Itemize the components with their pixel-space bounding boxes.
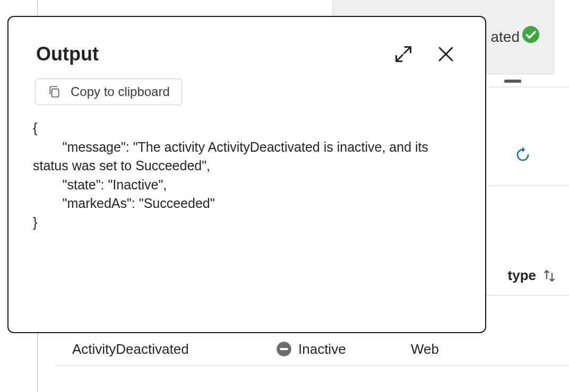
- modal-title: Output: [36, 43, 99, 65]
- column-header-type[interactable]: type: [508, 267, 557, 284]
- column-header-label: type: [508, 267, 536, 284]
- output-modal: Output Copy to clipboard { "message": "T…: [7, 16, 486, 333]
- close-icon: [436, 45, 455, 64]
- expand-button[interactable]: [392, 42, 415, 66]
- modal-header: Output: [8, 17, 485, 66]
- copy-to-clipboard-button[interactable]: Copy to clipboard: [35, 79, 182, 105]
- table-row[interactable]: ActivityDeactivated Inactive Web: [55, 333, 569, 366]
- copy-button-label: Copy to clipboard: [71, 84, 170, 99]
- svg-rect-2: [280, 348, 288, 350]
- copy-icon: [47, 85, 61, 99]
- modal-actions: [392, 42, 458, 66]
- svg-rect-3: [52, 89, 59, 97]
- activity-type-cell: Web: [411, 341, 439, 358]
- horizontal-divider: [489, 86, 569, 88]
- inactive-icon: [276, 341, 292, 357]
- expand-icon: [394, 45, 413, 64]
- close-button[interactable]: [434, 42, 458, 66]
- activity-status-cell: Inactive: [276, 341, 346, 358]
- decorative-dash: [504, 80, 521, 83]
- horizontal-divider: [487, 185, 569, 186]
- status-label: Inactive: [298, 341, 346, 358]
- refresh-button[interactable]: [513, 145, 533, 165]
- success-check-icon: [522, 25, 540, 43]
- svg-point-0: [522, 26, 539, 43]
- partial-tab-label: ated: [491, 29, 520, 46]
- output-json-body: { "message": "The activity ActivityDeact…: [8, 105, 485, 232]
- activity-name-cell: ActivityDeactivated: [72, 341, 189, 358]
- sort-icon: [541, 268, 557, 284]
